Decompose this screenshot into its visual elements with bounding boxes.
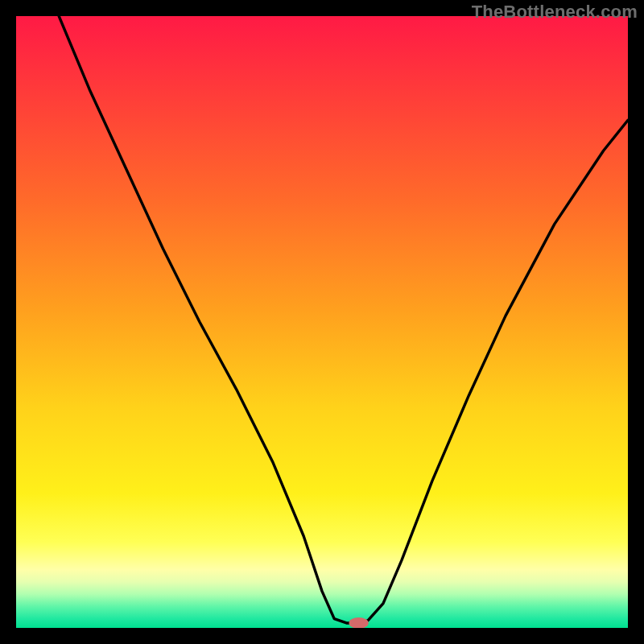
chart-background [16, 16, 628, 628]
bottleneck-chart [16, 16, 628, 628]
chart-frame: { "watermark": "TheBottleneck.com", "cha… [0, 0, 644, 644]
watermark-text: TheBottleneck.com [472, 2, 638, 23]
